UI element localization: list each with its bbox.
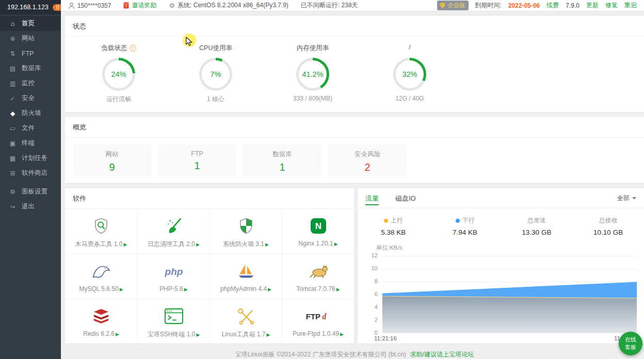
sidebar-item-label: 终端 [22,139,35,148]
sidebar-item-logout[interactable]: ↪退出 [0,199,61,214]
renew-link[interactable]: 续费 [546,1,559,10]
footer: 宝塔Linux面板 ©2014-2022 广东堡塔安全技术有限公司 (bt.cn… [65,350,644,359]
card-sites[interactable]: 网站9 [73,144,151,176]
gauge-memory: 内存使用率 41.2% 333 / 809(MB) [264,44,361,104]
system-info: ⚙ 系统: CentOS 8.2.2004 x86_64(Py3.7.9) [169,1,288,10]
trojan-scan-icon [65,216,137,236]
linux-toolbox-icon [210,306,282,327]
home-icon: ⌂ [9,20,17,27]
sidebar-item-label: 数据库 [22,64,41,73]
gauge-label: 内存使用率 [264,44,361,53]
software-item-mysql[interactable]: MySQL 5.6.50▶ [65,254,137,299]
gauge-disk-root: / 32% 12G / 40G [361,44,458,104]
repair-link[interactable]: 修复 [605,1,618,10]
sidebar-item-files[interactable]: ▭文件 [0,121,61,136]
sidebar-menu: ⌂首页 ⊕网站 ⇅FTP ▤数据库 ▥监控 ✓安全 ◆防火墙 ▭文件 ▣终端 ▦… [0,14,61,214]
edition-badge[interactable]: 企业版 [437,1,469,10]
app-store-icon: ⊞ [9,170,17,177]
range-select[interactable]: 全部 [617,194,636,203]
software-item-phpmyadmin[interactable]: phpMyAdmin 4.4▶ [210,254,282,299]
sidebar-item-firewall[interactable]: ◆防火墙 [0,106,61,121]
sidebar-item-ftp[interactable]: ⇅FTP [0,46,61,61]
database-icon: ▤ [9,65,17,72]
topbar-right: 企业版 到期时间: 2022-05-06 续费 7.9.0 更新 修复 重启 [437,1,637,10]
copyright-text: 宝塔Linux面板 ©2014-2022 广东堡塔安全技术有限公司 (bt.cn… [235,351,406,358]
sidebar-item-label: 软件商店 [22,169,47,177]
gauge-sub: 12G / 40G [361,95,458,102]
svg-text:N: N [315,221,321,231]
gauge-sub: 1 核心 [167,95,264,104]
software-item-redis[interactable]: Redis 6.2.6▶ [65,299,137,344]
chart-y-axis: 121086420 [365,256,382,333]
sidebar-item-terminal[interactable]: ▣终端 [0,136,61,151]
gauge-sub: 运行流畅 [70,95,167,104]
pure-ftpd-icon: FTPd [282,306,354,327]
status-panel: 状态 负载状态? 24% 运行流畅 CPU使用率 7% 1 核心 内存使用率 4 [65,16,644,112]
website-icon: ⊕ [9,35,17,42]
sidebar-item-security[interactable]: ✓安全 [0,91,61,106]
stat-upstream: 上行5.38 KB [358,216,429,236]
sidebar-item-label: 退出 [22,202,35,211]
software-item-linux-toolbox[interactable]: Linux工具箱 1.7▶ [210,299,282,344]
upstream-dot-icon [384,219,388,223]
stat-total-sent: 总发送13.30 GB [501,216,573,236]
software-item-tomcat[interactable]: Tomcat 7.0.76▶ [282,254,354,299]
sidebar-item-label: 文件 [22,124,35,133]
user-phone: 150****0357 [77,2,111,9]
software-item-log-clean[interactable]: 日志清理工具 2.0▶ [137,209,210,254]
card-value: 2 [328,161,407,173]
sidebar-item-database[interactable]: ▤数据库 [0,61,61,76]
topbar: 150****0357 邀请奖励 ⚙ 系统: CentOS 8.2.2004 x… [61,0,644,11]
card-database[interactable]: 数据库1 [243,144,321,176]
sidebar-item-home[interactable]: ⌂首页 [0,16,61,31]
tab-disk-io[interactable]: 磁盘IO [395,188,416,208]
forum-link[interactable]: 求助/建议请上宝塔论坛 [410,351,474,358]
expire-label: 到期时间: [475,1,502,10]
stat-downstream: 下行7.94 KB [429,216,501,236]
update-link[interactable]: 更新 [586,1,599,10]
card-value: 1 [158,160,236,172]
start-icon: ▶ [265,242,269,247]
sidebar-item-sites[interactable]: ⊕网站 [0,31,61,46]
schedule-icon: ▦ [9,155,17,162]
server-ip: 192.168.1.123 [7,4,49,11]
software-item-system-firewall[interactable]: 系统防火墙 3.1▶ [210,209,282,254]
brand[interactable]: 192.168.1.123 0 [0,0,61,14]
traffic-chart: 单位:KB/s 121086420 11:21:1611:21:19 [358,243,644,341]
invite-reward-link[interactable]: 邀请奖励 [123,1,156,10]
sidebar-item-label: FTP [22,50,34,57]
gauge-ring: 24% [102,58,135,91]
tab-traffic[interactable]: 流量 [365,188,379,208]
security-shield-icon: ✓ [9,95,17,102]
system-firewall-icon [210,216,282,236]
help-icon[interactable]: ? [130,45,136,52]
software-item-trojan-scan[interactable]: 木马查杀工具 1.0▶ [65,209,137,254]
overview-panel: 概览 网站9 FTP1 数据库1 安全风险2 [65,117,644,183]
ftp-icon: ⇅ [9,50,17,57]
traffic-stats: 上行5.38 KB 下行7.94 KB 总发送13.30 GB 总接收10.10… [358,208,644,243]
gauge-value: 41.2% [302,70,323,78]
sidebar-item-app-store[interactable]: ⊞软件商店 [0,166,61,181]
software-item-nginx[interactable]: N Nginx 1.20.1▶ [282,209,354,254]
online-support-button[interactable]: 在线客服 [619,332,642,355]
uptime-label: 已不间断运行: 238天 [301,1,358,10]
redis-icon [65,306,137,327]
sidebar-item-label: 安全 [22,94,35,103]
sidebar-item-panel-settings[interactable]: ⚙面板设置 [0,184,61,199]
sidebar-item-cron[interactable]: ▦计划任务 [0,151,61,166]
content: 状态 负载状态? 24% 运行流畅 CPU使用率 7% 1 核心 内存使用率 4 [61,11,644,359]
status-title: 状态 [65,16,644,37]
stat-total-received: 总接收10.10 GB [572,216,644,236]
software-item-php[interactable]: php PHP-5.6▶ [137,254,210,299]
start-icon: ▶ [266,332,270,337]
user-account[interactable]: 150****0357 [68,2,111,9]
overview-cards: 网站9 FTP1 数据库1 安全风险2 [65,138,644,183]
software-item-pure-ftpd[interactable]: FTPd Pure-Ftpd 1.0.49▶ [282,299,354,344]
sidebar-item-monitor[interactable]: ▥监控 [0,76,61,91]
restart-link[interactable]: 重启 [624,1,637,10]
card-ftp[interactable]: FTP1 [158,144,236,176]
diamond-icon [439,3,446,9]
folder-icon: ▭ [9,125,17,132]
software-item-ssh-terminal[interactable]: 宝塔SSH终端 1.0▶ [137,299,210,344]
card-security-risk[interactable]: 安全风险2 [328,144,407,176]
